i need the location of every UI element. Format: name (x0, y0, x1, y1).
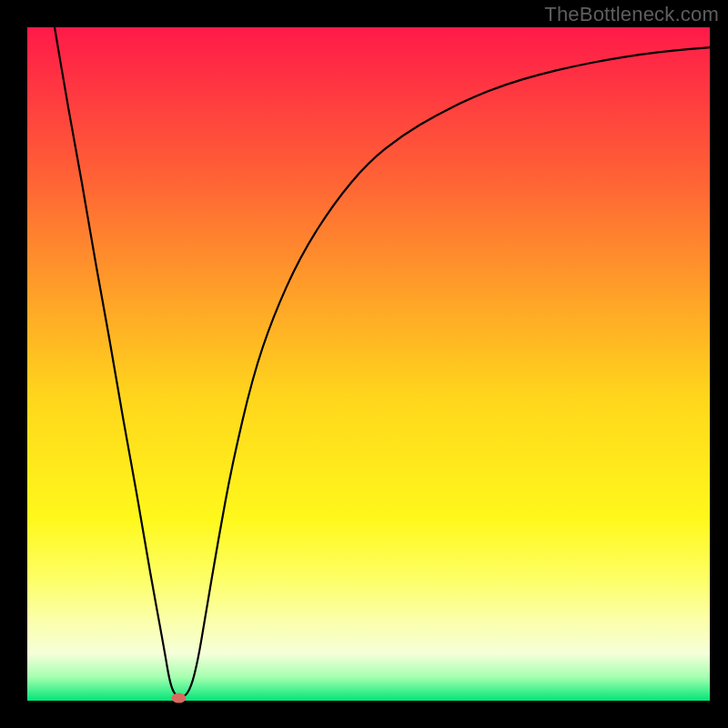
chart-frame: TheBottleneck.com (0, 0, 728, 728)
watermark-text: TheBottleneck.com (544, 3, 719, 26)
chart-svg (0, 0, 728, 728)
plot-background (27, 27, 710, 701)
minimum-marker-icon (172, 693, 187, 703)
